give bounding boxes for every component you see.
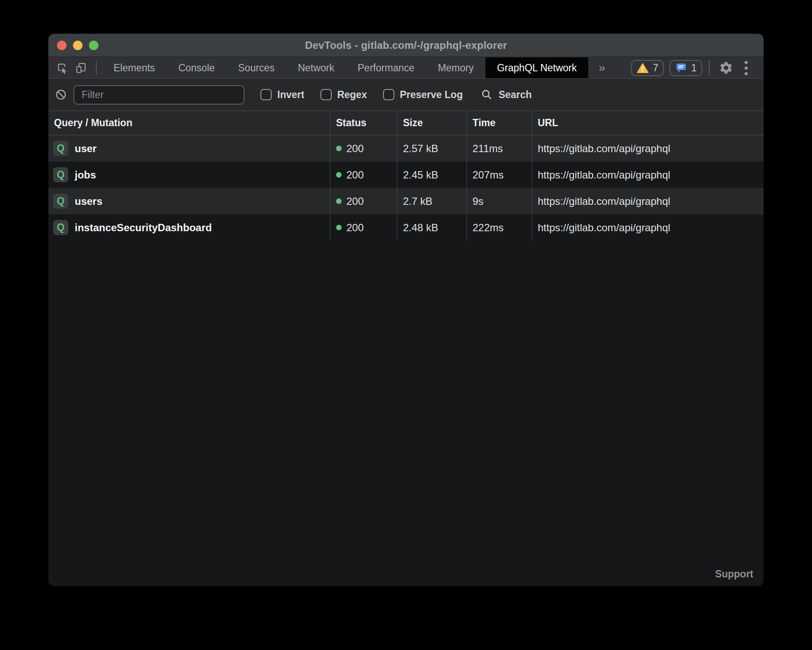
settings-button[interactable] <box>716 58 736 78</box>
zoom-window-button[interactable] <box>89 41 98 50</box>
message-bubble-icon <box>675 62 687 73</box>
search-label: Search <box>498 89 532 101</box>
traffic-lights <box>57 34 98 57</box>
warning-triangle-icon <box>637 63 649 73</box>
time-value: 207ms <box>467 162 532 188</box>
preserve-log-checkbox[interactable] <box>383 89 394 100</box>
tab-performance[interactable]: Performance <box>346 57 426 78</box>
tab-sources[interactable]: Sources <box>226 57 286 78</box>
status-ok-dot <box>336 146 342 151</box>
status-ok-dot <box>336 172 342 178</box>
warnings-badge[interactable]: 7 <box>631 60 664 76</box>
url-value: https://gitlab.com/api/graphql <box>532 162 764 188</box>
tab-elements[interactable]: Elements <box>102 57 167 78</box>
device-toolbar-icon <box>75 61 88 74</box>
query-name: user <box>75 143 97 155</box>
filter-input[interactable] <box>73 85 244 105</box>
preserve-log-label: Preserve Log <box>400 89 463 101</box>
status-code: 200 <box>346 169 364 181</box>
kebab-menu-icon <box>745 61 748 75</box>
device-toolbar-button[interactable] <box>72 57 91 78</box>
regex-label: Regex <box>337 89 367 101</box>
status-code: 200 <box>346 143 364 155</box>
window-title: DevTools - gitlab.com/-/graphql-explorer <box>305 39 507 51</box>
column-header-time[interactable]: Time <box>467 111 532 135</box>
minimize-window-button[interactable] <box>73 41 82 50</box>
devtools-tabbar: Elements Console Sources Network Perform… <box>48 57 764 79</box>
invert-checkbox-group: Invert <box>260 89 304 101</box>
clear-requests-button[interactable] <box>55 89 67 101</box>
status-code: 200 <box>346 195 364 207</box>
url-value: https://gitlab.com/api/graphql <box>532 188 764 214</box>
query-name: users <box>75 195 102 207</box>
messages-count: 1 <box>691 62 697 74</box>
preserve-log-checkbox-group: Preserve Log <box>383 89 463 101</box>
url-value: https://gitlab.com/api/graphql <box>532 214 764 241</box>
table-row[interactable]: Q users 200 2.7 kB 9s https://gitlab.com… <box>48 188 764 214</box>
column-header-query[interactable]: Query / Mutation <box>48 111 330 135</box>
gear-icon <box>719 61 733 75</box>
invert-checkbox[interactable] <box>260 89 272 100</box>
controls-divider <box>709 60 710 76</box>
url-value: https://gitlab.com/api/graphql <box>532 135 764 162</box>
more-options-button[interactable] <box>736 58 756 78</box>
column-header-status[interactable]: Status <box>330 111 397 135</box>
table-row[interactable]: Q user 200 2.57 kB 211ms https://gitlab.… <box>48 135 764 162</box>
tabbar-right-controls: 7 1 <box>625 57 764 78</box>
time-value: 211ms <box>467 135 532 162</box>
search-icon <box>481 89 493 101</box>
panel-body: Support <box>48 241 764 586</box>
table-row[interactable]: Q jobs 200 2.45 kB 207ms https://gitlab.… <box>48 162 764 188</box>
size-value: 2.57 kB <box>397 135 467 162</box>
tabbar-divider <box>96 61 97 75</box>
tab-console[interactable]: Console <box>167 57 226 78</box>
invert-label: Invert <box>277 89 304 101</box>
time-value: 9s <box>467 188 532 214</box>
status-ok-dot <box>336 198 342 204</box>
query-name: jobs <box>75 169 96 181</box>
size-value: 2.7 kB <box>397 188 467 214</box>
devtools-window: DevTools - gitlab.com/-/graphql-explorer… <box>48 34 764 586</box>
query-name: instanceSecurityDashboard <box>75 222 212 234</box>
query-type-badge: Q <box>53 167 68 182</box>
query-type-badge: Q <box>53 220 68 235</box>
query-type-badge: Q <box>53 194 68 209</box>
titlebar: DevTools - gitlab.com/-/graphql-explorer <box>48 34 764 57</box>
status-code: 200 <box>346 222 364 234</box>
size-value: 2.48 kB <box>397 214 467 241</box>
close-window-button[interactable] <box>57 41 67 50</box>
table-row[interactable]: Q instanceSecurityDashboard 200 2.48 kB … <box>48 214 764 241</box>
requests-table: Query / Mutation Status Size Time URL Q … <box>48 111 764 241</box>
size-value: 2.45 kB <box>397 162 467 188</box>
messages-badge[interactable]: 1 <box>669 60 702 76</box>
filter-toolbar: Invert Regex Preserve Log Search <box>48 79 764 111</box>
regex-checkbox-group: Regex <box>320 89 367 101</box>
tab-memory[interactable]: Memory <box>426 57 485 78</box>
tab-network[interactable]: Network <box>286 57 346 78</box>
inspect-element-button[interactable] <box>53 57 72 78</box>
block-circle-icon <box>55 89 67 101</box>
regex-checkbox[interactable] <box>320 89 332 100</box>
more-tabs-button[interactable]: » <box>588 57 615 78</box>
inspect-cursor-icon <box>56 61 69 74</box>
status-ok-dot <box>336 225 342 230</box>
column-header-size[interactable]: Size <box>397 111 467 135</box>
tab-graphql-network[interactable]: GraphQL Network <box>485 57 589 78</box>
warnings-count: 7 <box>653 62 658 74</box>
support-link[interactable]: Support <box>715 568 753 580</box>
time-value: 222ms <box>467 214 532 241</box>
column-header-url[interactable]: URL <box>532 111 764 135</box>
query-type-badge: Q <box>53 141 68 156</box>
table-header-row: Query / Mutation Status Size Time URL <box>48 111 764 135</box>
search-button[interactable]: Search <box>481 89 532 101</box>
